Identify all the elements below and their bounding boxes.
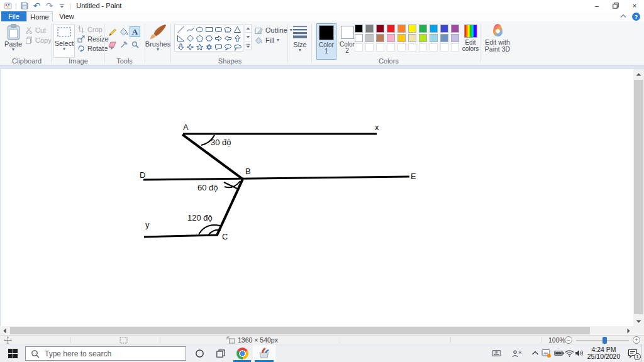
- pencil-tool[interactable]: [107, 26, 118, 37]
- touch-keyboard-button[interactable]: [491, 344, 502, 362]
- palette-swatch[interactable]: [430, 34, 438, 42]
- vertical-scrollbar[interactable]: [633, 69, 644, 326]
- shape-rectangle-icon[interactable]: [204, 25, 214, 34]
- edit-colors-button[interactable]: Edit colors: [462, 23, 479, 60]
- people-button[interactable]: R: [511, 344, 523, 362]
- palette-swatch[interactable]: [397, 25, 406, 33]
- palette-swatch-empty[interactable]: [430, 43, 438, 52]
- palette-swatch-empty[interactable]: [451, 43, 459, 52]
- select-button[interactable]: Select ▾: [53, 24, 75, 58]
- shape-right-triangle-icon[interactable]: [176, 34, 186, 43]
- save-icon[interactable]: [19, 1, 30, 11]
- vertical-scroll-thumb[interactable]: [634, 80, 643, 314]
- action-center-button[interactable]: 1: [625, 344, 641, 362]
- tab-file[interactable]: File: [1, 11, 26, 21]
- restore-button[interactable]: [606, 0, 625, 11]
- palette-swatch[interactable]: [387, 25, 395, 33]
- brushes-button[interactable]: Brushes ▾: [146, 24, 170, 52]
- palette-swatch-empty[interactable]: [355, 43, 363, 52]
- paste-button[interactable]: Paste ▾: [4, 24, 23, 52]
- color1-button[interactable]: Color 1: [316, 23, 336, 60]
- eraser-tool[interactable]: [107, 39, 118, 50]
- shape-star-6-icon[interactable]: [204, 43, 214, 52]
- palette-swatch[interactable]: [451, 34, 459, 42]
- shape-callout-rounded-icon[interactable]: [214, 43, 223, 52]
- tray-app-button[interactable]: [541, 344, 552, 362]
- palette-swatch[interactable]: [355, 34, 363, 42]
- show-desktop-button[interactable]: [641, 344, 644, 362]
- shape-star-4-icon[interactable]: [186, 43, 195, 52]
- palette-swatch[interactable]: [408, 34, 416, 42]
- horizontal-scroll-thumb[interactable]: [10, 327, 590, 334]
- start-button[interactable]: [0, 344, 25, 362]
- shape-star-5-icon[interactable]: [195, 43, 204, 52]
- color2-button[interactable]: Color 2: [338, 23, 356, 60]
- color-picker-tool[interactable]: [118, 39, 129, 50]
- shape-curve-icon[interactable]: [186, 25, 195, 34]
- cortana-button[interactable]: [189, 344, 210, 362]
- palette-swatch[interactable]: [365, 34, 374, 42]
- size-button[interactable]: Size ▾: [291, 25, 309, 52]
- battery-button[interactable]: [553, 344, 565, 362]
- gallery-up-button[interactable]: [245, 24, 252, 33]
- collapse-ribbon-icon[interactable]: [620, 14, 626, 18]
- shape-callout-cloud-icon[interactable]: [233, 43, 242, 52]
- fill-with-color-tool[interactable]: [118, 26, 129, 37]
- palette-swatch[interactable]: [397, 34, 406, 42]
- outline-button[interactable]: Outline ▾: [255, 26, 292, 35]
- palette-swatch-empty[interactable]: [387, 43, 395, 52]
- undo-icon[interactable]: ↶: [32, 1, 42, 11]
- shape-oval-icon[interactable]: [195, 25, 204, 34]
- edit-with-paint3d-button[interactable]: Edit with Paint 3D: [482, 24, 513, 53]
- paint-taskbar-button[interactable]: [253, 344, 275, 362]
- shape-arrow-left-icon[interactable]: [223, 34, 233, 43]
- scroll-down-arrow[interactable]: [633, 316, 644, 326]
- customize-quick-access-icon[interactable]: [57, 1, 67, 11]
- scroll-left-arrow[interactable]: [0, 326, 9, 335]
- cut-button[interactable]: Cut: [25, 26, 46, 35]
- shape-hexagon-icon[interactable]: [204, 34, 214, 43]
- palette-swatch-empty[interactable]: [408, 43, 416, 52]
- palette-swatch[interactable]: [440, 34, 448, 42]
- fill-button[interactable]: Fill ▾: [255, 36, 279, 45]
- palette-swatch[interactable]: [440, 25, 448, 33]
- palette-swatch[interactable]: [376, 25, 384, 33]
- shape-polygon-icon[interactable]: [223, 25, 233, 34]
- gallery-more-button[interactable]: [245, 41, 252, 50]
- zoom-in-button[interactable]: +: [633, 336, 640, 344]
- search-input[interactable]: [45, 349, 170, 358]
- palette-swatch-empty[interactable]: [440, 43, 448, 52]
- clock[interactable]: 4:24 PM 25/10/2020: [584, 346, 624, 360]
- shape-pentagon-icon[interactable]: [195, 34, 204, 43]
- minimize-button[interactable]: –: [587, 0, 606, 11]
- taskbar-search[interactable]: [25, 346, 186, 361]
- crop-button[interactable]: Crop: [77, 25, 103, 34]
- palette-swatch[interactable]: [355, 25, 363, 33]
- scroll-up-arrow[interactable]: [633, 69, 644, 79]
- palette-swatch[interactable]: [387, 34, 395, 42]
- show-hidden-icons-button[interactable]: [530, 344, 540, 362]
- palette-swatch[interactable]: [408, 25, 416, 33]
- gallery-down-button[interactable]: [245, 33, 252, 41]
- magnifier-tool[interactable]: [130, 39, 140, 50]
- task-view-button[interactable]: [210, 344, 231, 362]
- palette-swatch[interactable]: [419, 34, 427, 42]
- shape-callout-oval-icon[interactable]: [223, 43, 233, 52]
- palette-swatch-empty[interactable]: [397, 43, 406, 52]
- scroll-right-arrow[interactable]: [624, 326, 633, 335]
- tab-view[interactable]: View: [54, 11, 79, 21]
- chrome-taskbar-button[interactable]: [231, 344, 253, 362]
- zoom-out-button[interactable]: −: [565, 336, 572, 344]
- palette-swatch-empty[interactable]: [376, 43, 384, 52]
- palette-swatch[interactable]: [419, 25, 427, 33]
- shape-triangle-icon[interactable]: [233, 25, 242, 34]
- paint-canvas[interactable]: AxDBEyC30 độ60 độ120 độ: [1, 69, 633, 326]
- close-button[interactable]: ×: [625, 0, 644, 11]
- shape-line-icon[interactable]: [176, 25, 186, 34]
- text-tool[interactable]: A: [130, 26, 140, 37]
- tab-home[interactable]: Home: [26, 11, 53, 21]
- palette-swatch-empty[interactable]: [419, 43, 427, 52]
- shape-arrow-down-icon[interactable]: [176, 43, 186, 52]
- shape-diamond-icon[interactable]: [186, 34, 195, 43]
- palette-swatch[interactable]: [430, 25, 438, 33]
